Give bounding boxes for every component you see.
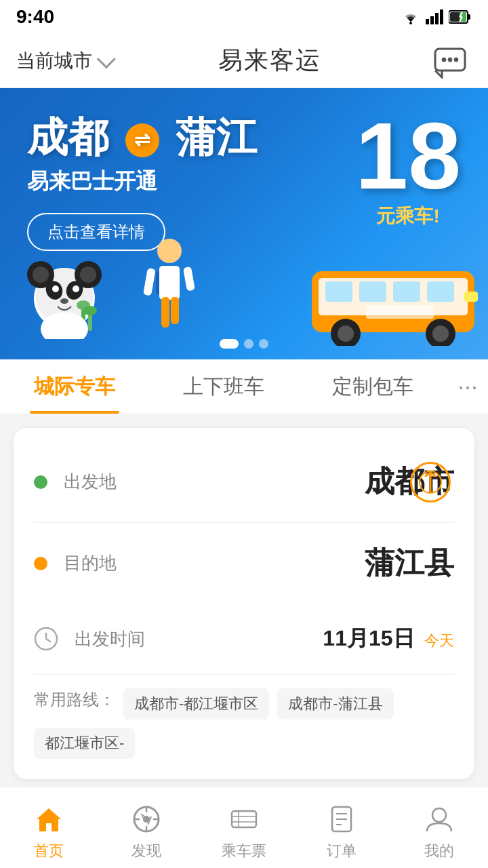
status-time: 9:40 bbox=[16, 6, 54, 28]
svg-rect-43 bbox=[393, 281, 420, 302]
svg-rect-50 bbox=[366, 305, 434, 319]
battery-icon bbox=[449, 9, 472, 24]
from-label: 出发地 bbox=[64, 470, 145, 494]
swap-button[interactable] bbox=[407, 458, 454, 506]
from-row[interactable]: 出发地 成都市 bbox=[34, 441, 454, 522]
svg-rect-49 bbox=[464, 292, 478, 302]
svg-point-25 bbox=[73, 285, 79, 292]
time-label: 出发时间 bbox=[75, 627, 156, 651]
tabs-more[interactable]: ··· bbox=[447, 359, 488, 414]
banner-bus-decoration bbox=[312, 258, 481, 346]
common-routes: 常用路线： 成都市-都江堰市区 成都市-蒲江县 都江堰市区- bbox=[34, 674, 454, 759]
svg-point-13 bbox=[442, 58, 446, 62]
banner-dot-3 bbox=[259, 339, 268, 349]
nav-item-discover[interactable]: 发现 bbox=[98, 795, 195, 861]
svg-point-0 bbox=[409, 22, 412, 24]
nav-label-orders: 订单 bbox=[327, 841, 357, 861]
svg-rect-2 bbox=[430, 16, 434, 24]
svg-point-30 bbox=[83, 306, 97, 315]
bottom-navigation: 首页 发现 乘车票 bbox=[0, 787, 488, 868]
route-tag-2[interactable]: 成都市-蒲江县 bbox=[277, 688, 393, 719]
banner-price: 18 元乘车! bbox=[355, 108, 461, 229]
nav-label-home: 首页 bbox=[34, 841, 64, 861]
time-row[interactable]: 出发时间 11月15日 今天 bbox=[34, 604, 454, 674]
svg-rect-37 bbox=[143, 268, 156, 296]
wifi-icon bbox=[401, 9, 420, 24]
route-tag-1[interactable]: 成都市-都江堰市区 bbox=[123, 688, 269, 719]
svg-rect-35 bbox=[161, 297, 169, 328]
svg-point-24 bbox=[52, 285, 59, 292]
nav-label-ticket: 乘车票 bbox=[222, 841, 266, 861]
svg-point-20 bbox=[33, 267, 49, 283]
time-today-badge: 今天 bbox=[424, 632, 454, 649]
banner-pagination bbox=[220, 339, 268, 349]
profile-icon bbox=[422, 802, 457, 837]
signal-icon bbox=[426, 9, 443, 24]
svg-point-26 bbox=[60, 298, 68, 304]
clock-icon bbox=[34, 627, 58, 651]
time-value: 11月15日 bbox=[323, 626, 414, 650]
svg-rect-42 bbox=[359, 281, 386, 302]
banner-dot-1 bbox=[220, 339, 239, 349]
tab-charter[interactable]: 定制包车 bbox=[298, 359, 447, 414]
svg-point-14 bbox=[448, 58, 452, 62]
svg-point-46 bbox=[338, 326, 354, 342]
nav-item-orders[interactable]: 订单 bbox=[293, 795, 390, 861]
to-row[interactable]: 目的地 蒲江县 bbox=[34, 522, 454, 604]
svg-point-48 bbox=[432, 326, 449, 342]
svg-rect-3 bbox=[435, 13, 439, 24]
header: 当前城市 易来客运 bbox=[0, 34, 488, 88]
nav-label-profile: 我的 bbox=[424, 841, 454, 861]
from-dot-icon bbox=[34, 475, 47, 489]
common-routes-label: 常用路线： bbox=[34, 689, 115, 711]
category-tabs: 城际专车 上下班车 定制包车 ··· bbox=[0, 359, 488, 414]
svg-rect-1 bbox=[426, 19, 429, 24]
to-label: 目的地 bbox=[64, 551, 145, 575]
svg-point-32 bbox=[157, 239, 182, 263]
ticket-icon bbox=[226, 802, 262, 837]
city-dropdown-arrow bbox=[97, 50, 116, 68]
svg-rect-4 bbox=[440, 9, 443, 24]
banner-price-number: 18 bbox=[355, 108, 461, 203]
svg-rect-55 bbox=[232, 811, 256, 827]
message-button[interactable] bbox=[428, 39, 472, 83]
svg-rect-34 bbox=[159, 266, 180, 300]
route-arrow-icon: ⇌ bbox=[125, 123, 159, 157]
banner-person-decoration bbox=[136, 237, 203, 339]
nav-item-ticket[interactable]: 乘车票 bbox=[195, 795, 293, 861]
svg-rect-36 bbox=[171, 297, 179, 324]
svg-rect-41 bbox=[325, 281, 352, 302]
status-bar: 9:40 bbox=[0, 0, 488, 34]
swap-icon bbox=[410, 462, 451, 502]
city-selector[interactable]: 当前城市 bbox=[16, 48, 111, 74]
svg-rect-6 bbox=[468, 14, 470, 20]
promo-banner[interactable]: 成都 ⇌ 蒲江 易来巴士开通 点击查看详情 18 元乘车! bbox=[0, 88, 488, 359]
svg-point-63 bbox=[432, 808, 446, 822]
nav-item-profile[interactable]: 我的 bbox=[390, 795, 488, 861]
current-city-label: 当前城市 bbox=[16, 48, 92, 74]
route-tag-3[interactable]: 都江堰市区- bbox=[34, 728, 135, 759]
svg-point-21 bbox=[80, 267, 96, 283]
discover-icon bbox=[129, 802, 164, 837]
banner-dot-2 bbox=[244, 339, 253, 349]
to-value: 蒲江县 bbox=[145, 543, 454, 583]
home-icon bbox=[31, 802, 66, 837]
status-icons bbox=[401, 9, 472, 24]
svg-rect-44 bbox=[427, 281, 454, 302]
banner-panda-decoration bbox=[20, 251, 108, 339]
svg-point-15 bbox=[454, 58, 458, 62]
swap-arrows-icon bbox=[419, 471, 442, 494]
tab-commute[interactable]: 上下班车 bbox=[149, 359, 298, 414]
nav-label-discover: 发现 bbox=[131, 841, 161, 861]
message-icon bbox=[432, 43, 468, 79]
svg-rect-38 bbox=[183, 267, 195, 292]
app-title: 易来客运 bbox=[218, 44, 321, 77]
tab-intercity[interactable]: 城际专车 bbox=[0, 359, 149, 414]
to-dot-icon bbox=[34, 557, 47, 570]
order-icon bbox=[324, 802, 359, 837]
search-form: 出发地 成都市 目的地 蒲江县 bbox=[14, 428, 474, 779]
nav-item-home[interactable]: 首页 bbox=[0, 795, 98, 861]
